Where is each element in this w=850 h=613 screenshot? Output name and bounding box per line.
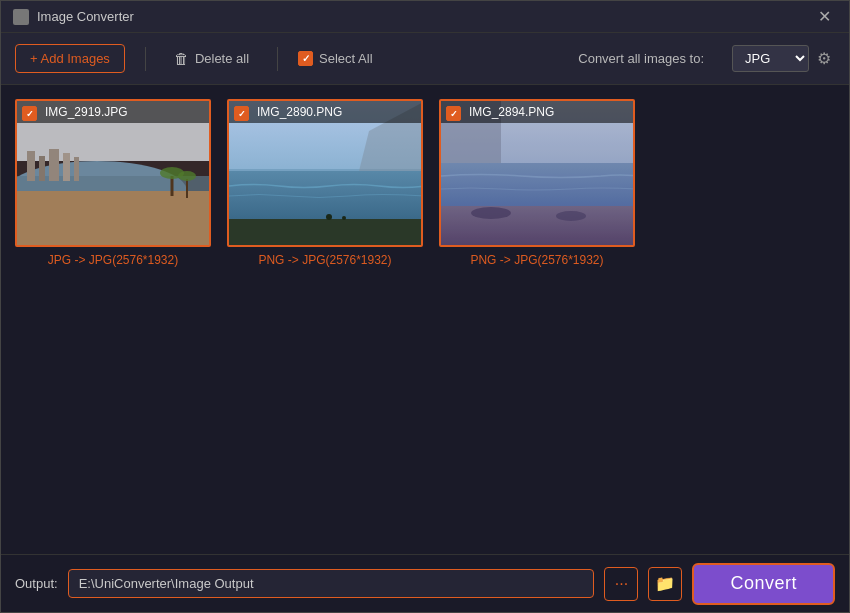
browse-folder-button[interactable]: 📁 [648,567,682,601]
browse-ellipsis-button[interactable]: ··· [604,567,638,601]
image-thumb-wrapper-2[interactable]: IMG_2890.PNG [227,99,423,247]
title-bar: Image Converter ✕ [1,1,849,33]
svg-rect-17 [229,219,423,247]
select-all-checkbox[interactable] [298,51,313,66]
delete-all-label: Delete all [195,51,249,66]
format-select[interactable]: JPG PNG BMP TIFF GIF WEBP [732,45,809,72]
svg-rect-16 [229,171,423,221]
settings-button[interactable]: ⚙ [813,45,835,72]
image-card-3: IMG_2894.PNG PNG -> JPG(2576*1932) [439,99,635,267]
toolbar-divider-1 [145,47,146,71]
folder-icon: 📁 [655,574,675,593]
delete-all-button[interactable]: 🗑 Delete all [166,46,257,71]
image-filename-3: IMG_2894.PNG [441,101,633,123]
close-button[interactable]: ✕ [812,5,837,28]
convert-button[interactable]: Convert [692,563,835,605]
image-checkbox-3[interactable] [446,106,461,121]
image-thumb-wrapper-3[interactable]: IMG_2894.PNG [439,99,635,247]
image-thumb-wrapper-1[interactable]: IMG_2919.JPG [15,99,211,247]
content-area: IMG_2919.JPG JPG -> JPG(2576*1932) [1,85,849,554]
convert-all-label: Convert all images to: [578,51,704,66]
image-card-2: IMG_2890.PNG PNG -> JPG(2576*1932) [227,99,423,267]
output-path-input[interactable] [68,569,595,598]
window-title: Image Converter [37,9,134,24]
main-window: Image Converter ✕ + Add Images 🗑 Delete … [0,0,850,613]
ellipsis-icon: ··· [615,575,628,593]
select-all-area[interactable]: Select All [298,51,372,66]
image-checkbox-2[interactable] [234,106,249,121]
app-icon [13,9,29,25]
toolbar: + Add Images 🗑 Delete all Select All Con… [1,33,849,85]
svg-point-19 [342,216,346,220]
image-filename-1: IMG_2919.JPG [17,101,209,123]
delete-icon: 🗑 [174,50,189,67]
title-bar-left: Image Converter [13,9,134,25]
image-info-3: PNG -> JPG(2576*1932) [470,253,603,267]
image-checkbox-1[interactable] [22,106,37,121]
add-images-button[interactable]: + Add Images [15,44,125,73]
toolbar-divider-2 [277,47,278,71]
image-info-2: PNG -> JPG(2576*1932) [258,253,391,267]
select-all-label: Select All [319,51,372,66]
image-filename-2: IMG_2890.PNG [229,101,421,123]
output-label: Output: [15,576,58,591]
image-info-1: JPG -> JPG(2576*1932) [48,253,178,267]
bottom-bar: Output: ··· 📁 Convert [1,554,849,612]
format-select-wrapper: JPG PNG BMP TIFF GIF WEBP ⚙ [732,45,835,72]
image-card-1: IMG_2919.JPG JPG -> JPG(2576*1932) [15,99,211,267]
svg-point-18 [326,214,332,220]
